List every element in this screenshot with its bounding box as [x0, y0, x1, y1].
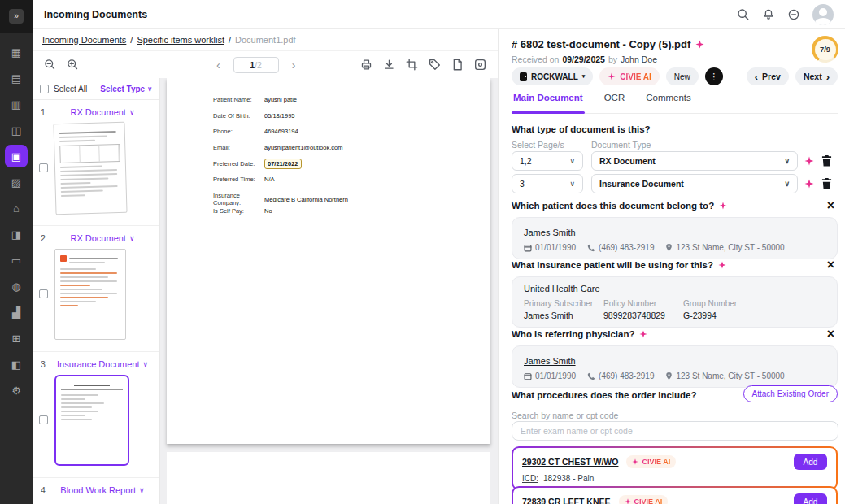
breadcrumb-current-document: Document1.pdf	[235, 35, 296, 45]
select-type-dropdown[interactable]: Select Type∨	[100, 85, 152, 93]
ai-suggest-button[interactable]	[804, 156, 814, 166]
clear-patient-button[interactable]: ×	[827, 199, 834, 212]
next-document-button[interactable]: Next›	[795, 67, 838, 85]
doctype-select-2[interactable]: Insurance Document∨	[591, 174, 798, 193]
file-button[interactable]	[451, 59, 464, 71]
document-title: # 6802 test-document - Copy (5).pdf	[512, 38, 704, 50]
thumbnail-checkbox[interactable]	[39, 289, 48, 298]
tab-main-document[interactable]: Main Document	[512, 91, 585, 113]
breadcrumb-incoming-documents[interactable]: Incoming Documents	[42, 35, 126, 45]
notifications-button[interactable]	[762, 8, 775, 21]
zoom-out-button[interactable]	[44, 59, 56, 71]
add-procedure-button[interactable]: Add	[794, 454, 827, 470]
sidebar-item-folders[interactable]: ▭	[5, 249, 28, 272]
procedure-name-link[interactable]: 72839 CR LEFT KNEE	[522, 497, 611, 504]
caret-down-icon: ▾	[582, 73, 586, 80]
procedure-search-label: Search by name or cpt code	[512, 411, 618, 420]
sidebar-item-patients[interactable]: ◫	[5, 119, 28, 141]
thumbnail-checkbox[interactable]	[39, 163, 48, 172]
chevron-down-icon: ∨	[139, 486, 145, 494]
select-all-checkbox[interactable]	[40, 85, 49, 93]
chevron-down-icon: ∨	[129, 234, 135, 242]
patient-name-link[interactable]: James Smith	[524, 228, 576, 237]
chevron-down-icon: ∨	[784, 180, 790, 188]
question-patient: Which patient does this document belong …	[512, 201, 727, 211]
sidebar-item-dashboard[interactable]: ▦	[5, 41, 28, 63]
site-dropdown[interactable]: ROCKWALL ▾	[512, 67, 593, 85]
thumbnail-type-dropdown[interactable]: RX Document∨	[54, 107, 151, 117]
doctype-select-1[interactable]: RX Document∨	[591, 151, 798, 171]
pdf-viewer[interactable]: Patient Name:ayushi patie Date Of Birth:…	[160, 78, 498, 504]
procedure-name-link[interactable]: 29302 CT CHEST W/WO	[522, 457, 618, 467]
chevron-down-icon: ∨	[784, 157, 790, 165]
zoom-in-button[interactable]	[67, 59, 79, 71]
pdf-field-label: Date Of Birth:	[213, 112, 264, 119]
clear-insurance-button[interactable]: ×	[827, 259, 834, 272]
search-button[interactable]	[737, 8, 750, 21]
civie-ai-badge[interactable]: CIVIE AI	[599, 67, 660, 85]
user-avatar[interactable]	[812, 4, 834, 25]
sidebar-item-billing[interactable]: ⊞	[5, 327, 28, 350]
phone-value: (469) 483-2919	[599, 371, 654, 380]
ai-suggest-button[interactable]	[804, 179, 814, 189]
clear-physician-button[interactable]: ×	[827, 328, 834, 341]
sidebar-item-worklist[interactable]: ▤	[5, 67, 28, 89]
breadcrumb-specific-items-worklist[interactable]: Specific items worklist	[137, 35, 224, 45]
tab-ocr[interactable]: OCR	[603, 91, 627, 113]
chevron-down-icon: ∨	[569, 180, 575, 188]
crop-button[interactable]	[406, 59, 418, 71]
select-all-label: Select All	[54, 85, 87, 93]
page-thumbnail[interactable]	[53, 122, 127, 215]
thumbnail-type-dropdown[interactable]: Insurance Document∨	[54, 359, 151, 369]
sidebar-item-settings[interactable]: ⚙	[5, 379, 28, 402]
sidebar-item-schedule[interactable]: ▨	[5, 171, 28, 193]
folder-icon: ▭	[11, 254, 21, 267]
sidebar-item-profile[interactable]: ◍	[5, 275, 28, 298]
delete-row-button[interactable]	[821, 177, 832, 189]
thumbnail-checkbox[interactable]	[39, 415, 48, 424]
attach-existing-order-button[interactable]: Attach Existing Order	[743, 385, 838, 402]
page-indicator[interactable]: 1/2	[233, 57, 279, 73]
page-thumbnail[interactable]	[54, 249, 126, 340]
document-details-panel: # 6802 test-document - Copy (5).pdf Rece…	[498, 29, 845, 504]
thumbnail-type-dropdown[interactable]: RX Document∨	[54, 233, 151, 243]
pdf-field-value: Medicare B California Northern	[264, 196, 348, 203]
add-procedure-button[interactable]: Add	[794, 493, 827, 504]
thumbnail-item-3: 3 Insurance Document∨	[33, 352, 159, 478]
pdf-field: Date Of Birth:05/18/1995	[213, 112, 484, 119]
previous-page-button[interactable]: ‹	[216, 59, 220, 71]
tag-button[interactable]	[429, 59, 441, 71]
prev-document-button[interactable]: ‹Prev	[747, 67, 789, 85]
doc-line	[61, 402, 104, 404]
sidebar-item-facility[interactable]: ⌂	[5, 197, 28, 219]
doc-line	[61, 190, 103, 193]
next-page-button[interactable]: ›	[292, 59, 296, 71]
thumbnail-panel: Select All Select Type∨ 1 RX Document∨	[33, 78, 160, 504]
chevron-down-icon: ∨	[142, 360, 148, 368]
capture-button[interactable]	[474, 59, 486, 71]
messages-button[interactable]	[787, 8, 800, 21]
more-options-button[interactable]: ⋮	[705, 67, 723, 85]
sidebar-item-documents[interactable]: ▥	[5, 93, 28, 115]
pages-select-2[interactable]: 3∨	[512, 174, 583, 193]
billing-icon: ⊞	[12, 332, 21, 345]
sidebar-item-forms[interactable]: ◧	[5, 353, 28, 376]
doc-line	[60, 268, 96, 270]
download-button[interactable]	[383, 59, 395, 71]
physician-name-link[interactable]: James Smith	[524, 356, 576, 366]
page-thumbnail-selected[interactable]	[54, 375, 129, 466]
procedure-search-input[interactable]	[512, 421, 838, 441]
print-button[interactable]	[360, 59, 372, 71]
sidebar-item-reports[interactable]: ▟	[5, 301, 28, 324]
sidebar-item-records[interactable]: ◨	[5, 223, 28, 245]
sidebar-expand-button[interactable]: »	[9, 9, 24, 24]
thumbnail-type-dropdown[interactable]: Blood Work Report∨	[54, 485, 151, 495]
prev-label: Prev	[762, 72, 781, 81]
doc-line	[61, 194, 85, 197]
doc-line	[60, 169, 117, 172]
sidebar-item-incoming-documents[interactable]: ▣	[5, 145, 28, 167]
pages-select-1[interactable]: 1,2∨	[512, 151, 583, 171]
tab-comments[interactable]: Comments	[644, 91, 693, 113]
delete-row-button[interactable]	[821, 154, 832, 167]
print-icon	[360, 59, 372, 71]
